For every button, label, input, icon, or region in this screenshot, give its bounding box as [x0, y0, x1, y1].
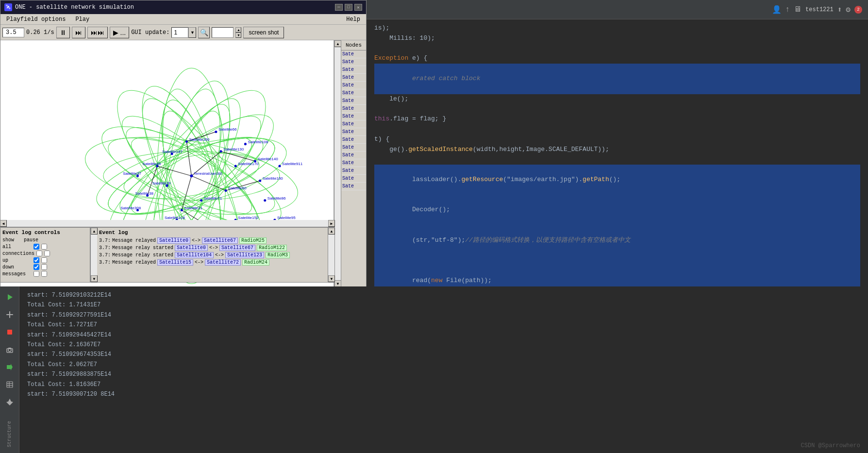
node-item-2[interactable]: Sate	[341, 66, 366, 74]
terminal-line-3: Total Cost: 1.7271E7	[27, 320, 860, 330]
sidebar-icon-camera[interactable]	[3, 343, 17, 356]
log-to-1: Satellite67	[219, 245, 255, 251]
log-radio-0: RadioM25	[239, 237, 267, 244]
node-item-16[interactable]: Sate	[341, 175, 366, 183]
fast-button[interactable]: ⏭⏭	[87, 27, 108, 38]
svg-text:Satellite152: Satellite152	[238, 216, 259, 220]
ec-messages-label: messages	[2, 271, 32, 277]
arrow-up-icon[interactable]: ↑	[785, 5, 790, 14]
ctrl-scroll-up-button[interactable]: ▲	[91, 228, 98, 235]
ec-messages-pause-checkbox[interactable]	[41, 271, 47, 277]
gui-dropdown-button[interactable]: ▼	[188, 27, 196, 38]
scroll-down-button[interactable]: ▼	[334, 280, 341, 287]
ec-all-show-checkbox[interactable]	[33, 244, 39, 250]
zoom-down-button[interactable]: ▼	[235, 33, 241, 38]
node-item-14[interactable]: Sate	[341, 159, 366, 167]
time-display: 3.5	[2, 28, 24, 37]
svg-point-45	[185, 140, 188, 143]
terminal-line-4: start: 7.510929445427E14	[27, 330, 860, 340]
node-item-3[interactable]: Sate	[341, 74, 366, 82]
person-icon[interactable]: 👤	[772, 5, 782, 15]
node-item-11[interactable]: Sate	[341, 136, 366, 144]
scroll-up-button[interactable]: ▲	[334, 40, 341, 47]
node-item-6[interactable]: Sate	[341, 97, 366, 105]
log-scroll-track[interactable]	[328, 235, 334, 275]
ctrl-scroll-down-button[interactable]: ▼	[91, 275, 98, 282]
magnify-button[interactable]: 🔍	[198, 27, 210, 38]
sidebar-icon-table[interactable]	[3, 378, 17, 391]
node-item-0[interactable]: Sate	[341, 50, 366, 58]
terminal-area[interactable]: start: 7.510929103212E14 Total Cost: 1.7…	[19, 286, 868, 453]
sidebar-icon-wrench[interactable]	[3, 308, 17, 321]
sidebar-icon-pin[interactable]	[3, 395, 17, 409]
gui-update-input[interactable]	[171, 27, 188, 38]
code-area[interactable]: is); Millis: 10); Exception e) { erated …	[367, 19, 868, 286]
ec-down-show-checkbox[interactable]	[33, 264, 39, 270]
ec-messages-show-checkbox[interactable]	[33, 271, 39, 277]
minimize-button[interactable]: ─	[335, 4, 343, 11]
play-button[interactable]: ▶ ...	[110, 27, 130, 38]
ec-connections-pause-checkbox[interactable]	[44, 251, 50, 256]
maximize-button[interactable]: □	[345, 4, 352, 11]
log-time-2: 3.7:	[99, 252, 111, 258]
node-item-4[interactable]: Sate	[341, 82, 366, 89]
ec-up-pause-checkbox[interactable]	[41, 257, 47, 263]
log-scroll-down-button[interactable]: ▼	[328, 275, 335, 282]
zoom-spinner: ▲ ▼	[235, 27, 241, 38]
scroll-track[interactable]	[334, 47, 341, 280]
zoom-input[interactable]: 0.022	[212, 27, 234, 38]
terminal-line-1: Total Cost: 1.71431E7	[27, 300, 860, 310]
code-line-9: t) {	[374, 134, 860, 145]
svg-point-39	[190, 174, 193, 177]
svg-marker-93	[8, 294, 13, 300]
zoom-up-button[interactable]: ▲	[235, 27, 241, 33]
menu-playfield-options[interactable]: Playfield options	[2, 15, 69, 24]
node-item-9[interactable]: Sate	[341, 120, 366, 128]
node-item-1[interactable]: Sate	[341, 58, 366, 66]
h-scroll-track[interactable]	[7, 220, 328, 227]
code-line-2	[374, 44, 860, 54]
ec-all-pause-checkbox[interactable]	[41, 244, 47, 250]
log-entry-1: 3.7: Message relay started Satellite0 <-…	[99, 245, 326, 251]
node-item-13[interactable]: Sate	[341, 151, 366, 159]
menu-help[interactable]: Help	[342, 15, 364, 24]
upload-icon[interactable]: ⬆	[837, 5, 842, 15]
screenshot-button[interactable]: screen shot	[243, 27, 284, 38]
svg-rect-99	[7, 349, 13, 352]
log-time-1: 3.7:	[99, 245, 111, 251]
log-from-1: Satellite0	[175, 245, 208, 251]
sidebar-icon-run[interactable]	[3, 290, 17, 304]
log-scroll-up-button[interactable]: ▲	[328, 228, 335, 235]
window-title: ONE - satellite network simulation	[15, 4, 134, 11]
pause-button[interactable]: ⏸	[56, 27, 70, 38]
svg-text:Satellite71: Satellite71	[204, 196, 222, 201]
settings-icon[interactable]: ⚙	[846, 5, 851, 15]
node-item-8[interactable]: Sate	[341, 113, 366, 120]
node-item-15[interactable]: Sate	[341, 167, 366, 175]
svg-point-77	[244, 143, 247, 145]
svg-text:Satellite150: Satellite150	[189, 137, 210, 142]
sidebar-icon-arrow[interactable]	[3, 360, 17, 374]
node-item-12[interactable]: Sate	[341, 144, 366, 151]
menu-play[interactable]: Play	[71, 15, 93, 24]
scroll-right-button[interactable]: ▶	[328, 220, 335, 227]
svg-text:Satellite911: Satellite911	[282, 162, 303, 166]
close-button[interactable]: ✕	[354, 4, 362, 11]
svg-text:TerrestrialUser160: TerrestrialUser160	[194, 172, 222, 175]
ec-up-show-checkbox[interactable]	[33, 257, 39, 263]
notification-badge: 2	[854, 6, 862, 14]
titlebar-controls[interactable]: ─ □ ✕	[335, 4, 362, 11]
ec-connections-show-checkbox[interactable]	[36, 251, 42, 256]
step-button[interactable]: ⏭	[72, 27, 85, 38]
node-item-7[interactable]: Sate	[341, 105, 366, 113]
monitor-icon[interactable]: 🖥	[794, 5, 801, 14]
node-item-17[interactable]: Sate	[341, 183, 366, 190]
node-item-5[interactable]: Sate	[341, 89, 366, 97]
log-msg-0: Message relayed	[112, 238, 156, 243]
ec-down-pause-checkbox[interactable]	[41, 264, 47, 270]
sidebar-icon-stop[interactable]	[3, 325, 17, 339]
ctrl-scroll-track[interactable]	[91, 235, 97, 275]
node-item-10[interactable]: Sate	[341, 128, 366, 136]
log-msg-1: Message relay started	[112, 245, 173, 251]
scroll-left-button[interactable]: ◀	[0, 220, 7, 227]
